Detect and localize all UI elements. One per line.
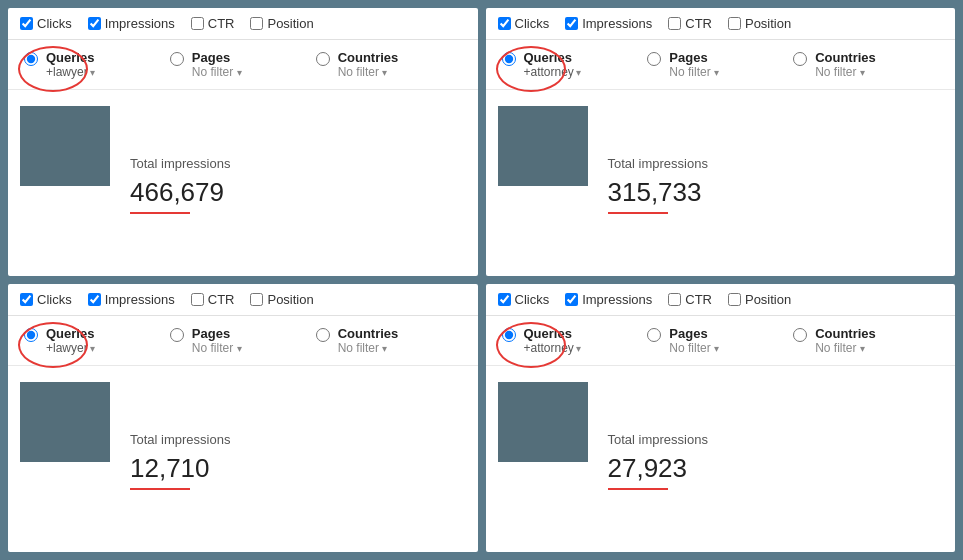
- stats-area-0: Total impressions 466,679: [122, 106, 230, 264]
- countries-radio-1[interactable]: [793, 52, 807, 66]
- position-checkbox-2[interactable]: Position: [250, 292, 313, 307]
- ctr-checkbox-0[interactable]: CTR: [191, 16, 235, 31]
- countries-filter-1: Countries No filter ▾: [793, 50, 939, 79]
- pages-radio-2[interactable]: [170, 328, 184, 342]
- countries-radio-0[interactable]: [316, 52, 330, 66]
- pages-sublabel-2[interactable]: No filter ▾: [192, 341, 242, 355]
- clicks-checkbox-3[interactable]: Clicks: [498, 292, 550, 307]
- impressions-checkbox-3[interactable]: Impressions: [565, 292, 652, 307]
- countries-label-3: Countries: [815, 326, 876, 341]
- filter-row-2: Queries +lawyer ▾ Pages No filter ▾: [8, 316, 478, 366]
- queries-filter-1: Queries +attorney ▾: [502, 50, 648, 79]
- stats-value-2: 12,710: [130, 453, 230, 484]
- queries-filter-3: Queries +attorney ▾: [502, 326, 648, 355]
- pages-sublabel-3[interactable]: No filter ▾: [669, 341, 719, 355]
- pages-radio-3[interactable]: [647, 328, 661, 342]
- chart-3: [498, 382, 588, 462]
- main-grid: Clicks Impressions CTR Position: [0, 0, 963, 560]
- pages-filter-1: Pages No filter ▾: [647, 50, 793, 79]
- queries-tag-1[interactable]: +attorney ▾: [524, 65, 581, 79]
- stats-label-2: Total impressions: [130, 432, 230, 447]
- countries-radio-2[interactable]: [316, 328, 330, 342]
- countries-sublabel-1[interactable]: No filter ▾: [815, 65, 876, 79]
- impressions-checkbox-0[interactable]: Impressions: [88, 16, 175, 31]
- pages-filter-2: Pages No filter ▾: [170, 326, 316, 355]
- stats-value-0: 466,679: [130, 177, 230, 208]
- queries-filter-2: Queries +lawyer ▾: [24, 326, 170, 355]
- position-checkbox-3[interactable]: Position: [728, 292, 791, 307]
- stats-label-0: Total impressions: [130, 156, 230, 171]
- countries-sublabel-0[interactable]: No filter ▾: [338, 65, 399, 79]
- stats-label-1: Total impressions: [608, 156, 708, 171]
- queries-radio-0[interactable]: [24, 52, 38, 66]
- pages-radio-0[interactable]: [170, 52, 184, 66]
- pages-label-1: Pages: [669, 50, 719, 65]
- pages-sublabel-1[interactable]: No filter ▾: [669, 65, 719, 79]
- pages-radio-1[interactable]: [647, 52, 661, 66]
- impressions-checkbox-1[interactable]: Impressions: [565, 16, 652, 31]
- stats-area-3: Total impressions 27,923: [600, 382, 708, 540]
- countries-label-0: Countries: [338, 50, 399, 65]
- queries-tag-3[interactable]: +attorney ▾: [524, 341, 581, 355]
- countries-label-2: Countries: [338, 326, 399, 341]
- clicks-checkbox-1[interactable]: Clicks: [498, 16, 550, 31]
- queries-radio-1[interactable]: [502, 52, 516, 66]
- ctr-checkbox-3[interactable]: CTR: [668, 292, 712, 307]
- countries-filter-0: Countries No filter ▾: [316, 50, 462, 79]
- chart-0: [20, 106, 110, 186]
- queries-label-0: Queries: [46, 50, 95, 65]
- stats-value-3: 27,923: [608, 453, 708, 484]
- countries-label-1: Countries: [815, 50, 876, 65]
- pages-label-0: Pages: [192, 50, 242, 65]
- pages-sublabel-0[interactable]: No filter ▾: [192, 65, 242, 79]
- content-area-3: Total impressions 27,923: [486, 366, 956, 552]
- chart-1: [498, 106, 588, 186]
- content-area-0: Total impressions 466,679: [8, 90, 478, 276]
- panel-top-left: Clicks Impressions CTR Position: [8, 8, 478, 276]
- position-checkbox-0[interactable]: Position: [250, 16, 313, 31]
- queries-label-3: Queries: [524, 326, 581, 341]
- queries-radio-2[interactable]: [24, 328, 38, 342]
- countries-filter-3: Countries No filter ▾: [793, 326, 939, 355]
- clicks-checkbox-2[interactable]: Clicks: [20, 292, 72, 307]
- filter-row-0: Queries +lawyer ▾ Pages No filter ▾: [8, 40, 478, 90]
- stats-underline-2: [130, 488, 190, 490]
- chart-2: [20, 382, 110, 462]
- pages-label-2: Pages: [192, 326, 242, 341]
- countries-filter-2: Countries No filter ▾: [316, 326, 462, 355]
- queries-filter-0: Queries +lawyer ▾: [24, 50, 170, 79]
- pages-label-3: Pages: [669, 326, 719, 341]
- panel-bottom-right: Clicks Impressions CTR Position: [486, 284, 956, 552]
- pages-filter-3: Pages No filter ▾: [647, 326, 793, 355]
- panel-bottom-left: Clicks Impressions CTR Position: [8, 284, 478, 552]
- countries-sublabel-3[interactable]: No filter ▾: [815, 341, 876, 355]
- toolbar-0: Clicks Impressions CTR Position: [8, 8, 478, 40]
- stats-underline-1: [608, 212, 668, 214]
- stats-label-3: Total impressions: [608, 432, 708, 447]
- stats-underline-3: [608, 488, 668, 490]
- queries-label-2: Queries: [46, 326, 95, 341]
- stats-underline-0: [130, 212, 190, 214]
- queries-tag-2[interactable]: +lawyer ▾: [46, 341, 95, 355]
- stats-value-1: 315,733: [608, 177, 708, 208]
- filter-row-1: Queries +attorney ▾ Pages No filter ▾: [486, 40, 956, 90]
- position-checkbox-1[interactable]: Position: [728, 16, 791, 31]
- toolbar-3: Clicks Impressions CTR Position: [486, 284, 956, 316]
- countries-radio-3[interactable]: [793, 328, 807, 342]
- content-area-2: Total impressions 12,710: [8, 366, 478, 552]
- ctr-checkbox-2[interactable]: CTR: [191, 292, 235, 307]
- panel-top-right: Clicks Impressions CTR Position: [486, 8, 956, 276]
- countries-sublabel-2[interactable]: No filter ▾: [338, 341, 399, 355]
- pages-filter-0: Pages No filter ▾: [170, 50, 316, 79]
- toolbar-1: Clicks Impressions CTR Position: [486, 8, 956, 40]
- queries-tag-0[interactable]: +lawyer ▾: [46, 65, 95, 79]
- impressions-checkbox-2[interactable]: Impressions: [88, 292, 175, 307]
- queries-label-1: Queries: [524, 50, 581, 65]
- content-area-1: Total impressions 315,733: [486, 90, 956, 276]
- ctr-checkbox-1[interactable]: CTR: [668, 16, 712, 31]
- clicks-checkbox-0[interactable]: Clicks: [20, 16, 72, 31]
- stats-area-2: Total impressions 12,710: [122, 382, 230, 540]
- toolbar-2: Clicks Impressions CTR Position: [8, 284, 478, 316]
- filter-row-3: Queries +attorney ▾ Pages No filter ▾: [486, 316, 956, 366]
- queries-radio-3[interactable]: [502, 328, 516, 342]
